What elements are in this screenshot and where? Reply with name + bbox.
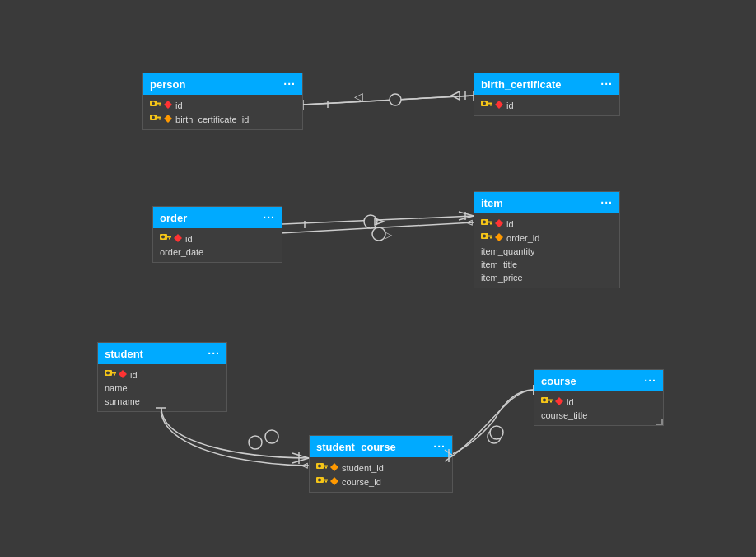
svg-rect-48: [114, 374, 115, 376]
svg-marker-44: [495, 233, 503, 241]
entity-student-course-body: student_id course_id: [310, 457, 452, 492]
field-item-price: item_price: [474, 271, 619, 284]
entity-student-course[interactable]: student_course ··· student_id: [309, 435, 453, 493]
entity-birth-certificate-menu[interactable]: ···: [600, 77, 613, 91]
svg-rect-23: [159, 119, 161, 120]
order-date-name: order_date: [160, 247, 203, 257]
course-resize-handle[interactable]: [656, 419, 663, 425]
field-order-id-name: id: [185, 234, 193, 244]
svg-point-51: [543, 399, 546, 402]
sc-fk1-icon: [316, 462, 338, 473]
entity-person-body: id birth_certificate_id: [143, 95, 302, 129]
field-sc-student-id: student_id: [310, 461, 452, 475]
entity-course[interactable]: course ··· id course: [534, 369, 664, 426]
field-item-title-name: item_title: [481, 260, 517, 269]
svg-rect-63: [325, 481, 327, 483]
svg-point-6: [372, 227, 385, 241]
field-course-id-name: id: [567, 397, 574, 407]
svg-point-13: [488, 430, 501, 443]
entity-course-body: id course_title: [534, 391, 663, 425]
svg-line-74: [459, 212, 474, 216]
field-student-surname: surname: [98, 395, 226, 408]
svg-marker-59: [330, 463, 338, 471]
field-item-id-name: id: [506, 219, 514, 229]
svg-point-61: [318, 479, 321, 482]
field-student-surname-val: surname: [105, 396, 140, 406]
field-student-name-val: name: [105, 383, 128, 393]
field-birth-cert-id-name: id: [506, 101, 514, 110]
entity-student-course-menu[interactable]: ···: [433, 440, 446, 453]
field-item-quantity-name: item_quantity: [481, 246, 534, 256]
sc-fk2-icon: [316, 476, 338, 487]
field-course-title: course_title: [534, 409, 663, 422]
svg-point-68: [390, 94, 401, 105]
entity-course-label: course: [541, 375, 576, 387]
entity-student-body: id name surname: [98, 364, 226, 411]
svg-line-80: [292, 458, 309, 463]
course-pk-icon: [541, 396, 563, 407]
entity-student-menu[interactable]: ···: [208, 347, 220, 360]
svg-line-70: [282, 216, 474, 224]
svg-point-36: [483, 221, 486, 224]
svg-rect-32: [166, 236, 171, 238]
svg-rect-33: [169, 238, 170, 240]
entity-birth-certificate[interactable]: birth_certificate ··· id: [474, 73, 620, 116]
entity-course-header: course ···: [534, 370, 663, 391]
field-sc-course-id: course_id: [310, 475, 452, 489]
field-birth-cert-id: id: [474, 98, 619, 112]
svg-text:▷: ▷: [385, 229, 393, 241]
svg-rect-53: [550, 401, 552, 403]
svg-rect-17: [156, 103, 161, 105]
entity-order[interactable]: order ··· id order_d: [152, 206, 282, 263]
field-person-id-name: id: [175, 101, 183, 110]
entity-student-label: student: [105, 348, 143, 360]
field-sc-course-id-name: course_id: [342, 477, 381, 487]
svg-line-4: [280, 222, 474, 233]
order-pk-icon: [160, 233, 182, 244]
svg-point-56: [318, 465, 321, 468]
field-item-quantity: item_quantity: [474, 245, 619, 258]
field-student-name: name: [98, 381, 226, 395]
svg-rect-47: [111, 372, 116, 374]
svg-marker-69: [451, 91, 460, 100]
entity-item-label: item: [481, 197, 503, 209]
svg-line-79: [292, 453, 309, 458]
svg-marker-39: [495, 219, 503, 227]
svg-rect-28: [490, 105, 492, 106]
entity-person[interactable]: person ··· id: [142, 73, 303, 130]
db-diagram-canvas: ◁ ▷ ⊲ ⊲ ⊳ person ···: [0, 0, 756, 557]
svg-marker-34: [174, 234, 182, 242]
entity-birth-certificate-label: birth_certificate: [481, 78, 562, 91]
svg-line-0: [303, 96, 474, 105]
entity-item[interactable]: item ··· id: [474, 191, 620, 288]
svg-point-31: [161, 236, 165, 239]
pk-icon: [150, 100, 172, 110]
entity-birth-certificate-header: birth_certificate ···: [474, 73, 619, 95]
svg-rect-52: [548, 400, 553, 401]
fk-icon: [150, 114, 172, 124]
svg-rect-22: [156, 117, 161, 119]
entity-order-header: order ···: [153, 207, 282, 228]
field-sc-student-id-name: student_id: [342, 463, 384, 473]
svg-point-41: [483, 235, 486, 238]
field-item-price-name: item_price: [481, 273, 523, 283]
entity-item-menu[interactable]: ···: [600, 196, 613, 209]
entity-person-menu[interactable]: ···: [283, 77, 296, 91]
entity-student-header: student ···: [98, 343, 226, 364]
entity-person-label: person: [150, 78, 185, 91]
svg-point-26: [483, 102, 486, 105]
field-item-order-id: order_id: [474, 231, 619, 245]
student-pk-icon: [105, 369, 127, 380]
field-student-id-name: id: [130, 370, 138, 380]
entity-student-course-header: student_course ···: [310, 436, 452, 457]
entity-student[interactable]: student ··· id name: [97, 342, 227, 412]
svg-point-16: [152, 102, 155, 105]
svg-point-78: [249, 436, 262, 449]
entity-course-menu[interactable]: ···: [644, 374, 656, 387]
entity-order-menu[interactable]: ···: [263, 211, 275, 224]
svg-line-75: [459, 216, 474, 220]
entity-item-header: item ···: [474, 192, 619, 213]
field-person-birth-cert-id-name: birth_certificate_id: [175, 115, 249, 124]
item-fk-icon: [481, 232, 503, 243]
svg-line-65: [303, 96, 474, 105]
